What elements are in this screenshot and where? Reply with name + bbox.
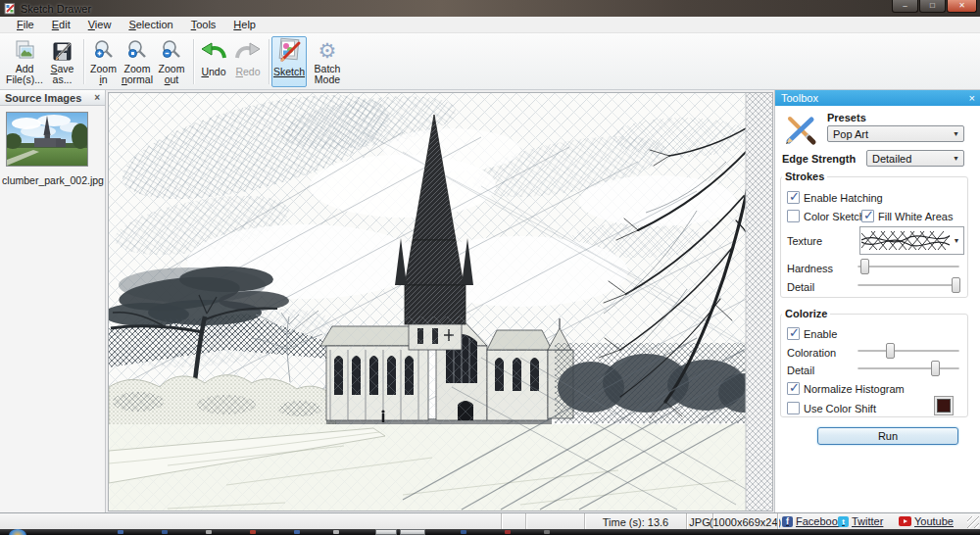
resize-grip[interactable] [967, 516, 979, 528]
presets-label: Presets [827, 112, 866, 123]
colorize-detail-slider-thumb[interactable] [931, 361, 940, 376]
toolbar-separator [83, 39, 85, 84]
zoom-in-icon [93, 37, 115, 63]
redo-icon [234, 37, 262, 63]
colorize-enable-label: Enable [804, 328, 837, 340]
colorize-enable-checkbox[interactable] [787, 327, 800, 340]
status-bar: Time (s): 13.6 JPG (1000x669x24) f Faceb… [0, 512, 980, 529]
pencil-brush-icon [783, 112, 818, 147]
colorize-detail-label: Detail [787, 365, 814, 376]
sketch-drawer-window: Sketch Drawer – □ ✕ File Edit View Selec… [0, 0, 980, 535]
enable-hatching-checkbox[interactable] [787, 191, 800, 204]
minimize-button[interactable]: – [892, 0, 918, 13]
color-sketch-checkbox[interactable] [787, 210, 800, 222]
fill-white-areas-label: Fill White Areas [878, 211, 953, 222]
toolbar: AddFile(s)... Saveas... [0, 33, 980, 90]
menu-selection[interactable]: Selection [120, 17, 181, 33]
menu-tools[interactable]: Tools [182, 17, 225, 33]
canvas-viewport [108, 92, 773, 511]
app-icon [4, 2, 17, 15]
taskbar-icon [118, 530, 123, 534]
enable-hatching-label: Enable Hatching [804, 192, 883, 204]
zoom-normal-icon [126, 37, 148, 63]
taskbar-icon [206, 530, 212, 534]
undo-button[interactable]: Undo [196, 36, 231, 87]
texture-dropdown[interactable]: ▼ [859, 226, 964, 255]
sketch-icon [276, 37, 302, 63]
taskbar-icon [505, 530, 511, 534]
batch-mode-icon: ⚙ [318, 37, 337, 63]
redo-button[interactable]: Redo [231, 36, 265, 87]
menu-view[interactable]: View [79, 17, 121, 33]
taskbar-icon [250, 530, 256, 534]
strokes-detail-slider[interactable] [858, 276, 959, 294]
zoom-out-icon [161, 37, 182, 63]
status-cell [525, 513, 584, 530]
toolbar-separator [193, 39, 195, 84]
toolbox-close-icon[interactable]: × [969, 92, 975, 104]
youtube-icon [899, 516, 911, 526]
sketch-button[interactable]: Sketch [271, 36, 307, 87]
strokes-detail-slider-thumb[interactable] [952, 277, 960, 293]
twitter-link[interactable]: t Twitter [838, 515, 883, 527]
source-images-title: Source Images [5, 92, 81, 104]
taskbar-icon [461, 530, 466, 534]
source-image-thumbnail[interactable] [6, 112, 88, 167]
facebook-icon: f [782, 516, 793, 527]
close-button[interactable]: ✕ [947, 0, 977, 13]
maximize-button[interactable]: □ [919, 0, 946, 13]
chevron-down-icon: ▼ [949, 155, 963, 162]
taskbar-icon [544, 530, 550, 534]
status-dimensions: (1000x669x24) [712, 513, 777, 530]
menu-edit[interactable]: Edit [43, 17, 79, 33]
taskbar-icon [333, 530, 339, 534]
run-button[interactable]: Run [817, 427, 958, 445]
hardness-slider-thumb[interactable] [860, 259, 869, 274]
sketch-image [109, 93, 772, 511]
facebook-link[interactable]: f Facebook [782, 515, 843, 527]
coloration-slider[interactable] [858, 342, 959, 360]
texture-swatch [861, 228, 950, 253]
menu-file[interactable]: File [8, 17, 43, 33]
color-shift-swatch[interactable] [934, 396, 954, 415]
use-color-shift-checkbox[interactable] [787, 402, 800, 414]
title-bar: Sketch Drawer – □ ✕ [0, 0, 980, 17]
use-color-shift-label: Use Color Shift [804, 403, 876, 414]
save-icon [51, 37, 74, 63]
hardness-slider[interactable] [858, 258, 959, 275]
taskbar-item[interactable] [375, 529, 397, 535]
source-image-filename: clumber_park_002.jpg [0, 174, 106, 186]
window-controls: – □ ✕ [891, 0, 977, 13]
coloration-label: Coloration [787, 347, 836, 359]
status-cell [501, 513, 525, 530]
thumbnail-photo [7, 113, 87, 166]
zoom-in-button[interactable]: Zoomin [87, 36, 120, 87]
normalize-histogram-checkbox[interactable] [787, 382, 800, 395]
taskbar-item[interactable] [400, 529, 425, 535]
toolbox-title: Toolbox [781, 92, 818, 104]
fill-white-areas-checkbox[interactable] [861, 210, 874, 222]
coloration-slider-thumb[interactable] [886, 343, 895, 359]
presets-dropdown[interactable]: Pop Art ▼ [827, 125, 964, 142]
zoom-out-button[interactable]: Zoomout [155, 36, 188, 87]
edge-strength-dropdown[interactable]: Detailed ▼ [866, 150, 964, 167]
strokes-group-label: Strokes [782, 170, 827, 182]
start-button[interactable] [9, 529, 26, 535]
source-images-panel: Source Images × [0, 90, 106, 512]
save-as-button[interactable]: Saveas... [44, 36, 80, 87]
texture-label: Texture [787, 235, 822, 247]
window-title: Sketch Drawer [21, 3, 91, 15]
add-files-button[interactable]: AddFile(s)... [5, 36, 44, 87]
hardness-label: Hardness [787, 263, 833, 274]
colorize-detail-slider[interactable] [858, 360, 959, 377]
youtube-link[interactable]: Youtube [899, 515, 954, 527]
taskbar-icon [294, 530, 300, 534]
color-sketch-label: Color Sketch [804, 211, 865, 222]
menu-help[interactable]: Help [224, 17, 265, 33]
batch-mode-button[interactable]: ⚙ BatchMode [309, 36, 346, 87]
toolbox-panel: Toolbox × Presets Pop Art ▼ Edge Strengt… [774, 90, 980, 512]
zoom-normal-button[interactable]: Zoomnormal [120, 36, 155, 87]
colorize-group-label: Colorize [782, 308, 830, 319]
source-panel-close-icon[interactable]: × [94, 92, 100, 103]
taskbar-sliver [0, 529, 980, 535]
